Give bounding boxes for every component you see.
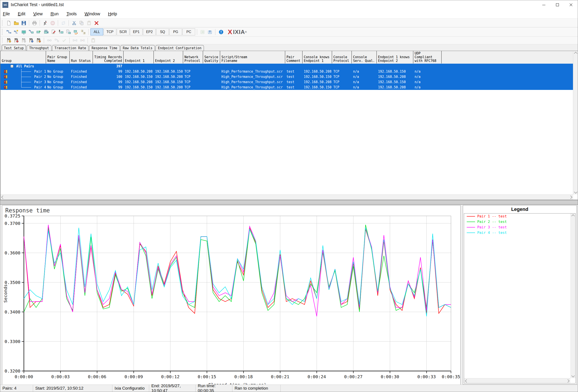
connect-pair-icon[interactable] — [5, 29, 12, 35]
endpoint-status-icon[interactable] — [199, 29, 206, 35]
cut-icon[interactable] — [70, 20, 78, 26]
collapse-group-icon[interactable] — [10, 65, 13, 68]
filter-ep2-button[interactable]: EP2 — [143, 28, 156, 36]
menu-file[interactable]: File — [3, 11, 10, 16]
table-horizontal-scrollbar[interactable] — [0, 195, 573, 200]
delete-icon[interactable] — [93, 20, 100, 26]
save-test-icon[interactable] — [20, 20, 27, 26]
send-to-monitor-icon[interactable] — [35, 29, 42, 35]
run-flag-orange-icon[interactable] — [35, 37, 42, 44]
column-header[interactable]: Group — [0, 51, 46, 63]
column-header[interactable]: Script/Stream Filename — [220, 51, 285, 63]
column-header[interactable]: Endpoint 1 — [124, 51, 154, 63]
filter-all-button[interactable]: ALL — [91, 28, 103, 36]
copy-results-icon[interactable] — [89, 37, 97, 44]
column-header[interactable]: Endpoint 2 — [154, 51, 183, 63]
column-header[interactable]: Endpoint 1 knows Endpoint 2 — [377, 51, 413, 63]
about-info-icon[interactable] — [217, 29, 225, 35]
maximize-button[interactable] — [551, 0, 564, 9]
pane-splitter[interactable] — [0, 200, 578, 205]
monitor-endpoint-icon[interactable] — [20, 29, 27, 35]
table-header-row: GroupPair Group NameRun StatusTiming Rec… — [0, 51, 573, 64]
scroll-down-icon[interactable] — [572, 374, 575, 378]
open-test-icon[interactable] — [12, 20, 20, 26]
table-row-pair-4[interactable]: Pair 4No GroupFinished99192.168.50.15019… — [0, 85, 573, 90]
scroll-up-icon[interactable] — [574, 52, 577, 55]
table-row-pair-1[interactable]: Pair 1No GroupFinished99192.168.50.20819… — [0, 69, 573, 74]
stop-run-icon[interactable] — [49, 20, 56, 26]
table-row-pair-2[interactable]: Pair 2No GroupFinished100192.168.50.1501… — [0, 74, 573, 79]
tab-raw-data-totals[interactable]: Raw Data Totals — [120, 45, 155, 51]
column-header[interactable]: Pair Comment — [285, 51, 302, 63]
refresh-endpoints-icon[interactable] — [206, 29, 214, 35]
filter-sq-button[interactable]: SQ — [156, 28, 169, 36]
filter-ep1-button[interactable]: EP1 — [130, 28, 143, 36]
column-header[interactable]: Service Quality — [203, 51, 220, 63]
paste-icon[interactable] — [85, 20, 93, 26]
menu-view[interactable]: View — [33, 11, 43, 16]
run-test-icon[interactable] — [41, 20, 49, 26]
run-flag-grey-icon[interactable] — [20, 37, 27, 44]
table-cell: test — [285, 85, 302, 90]
design-test-icon[interactable] — [57, 29, 65, 35]
scroll-right-icon[interactable] — [566, 379, 570, 383]
toolbar-grip[interactable] — [2, 29, 4, 35]
collapse-all-icon[interactable] — [79, 37, 86, 44]
menu-tools[interactable]: Tools — [66, 11, 77, 16]
legend-horizontal-scrollbar[interactable] — [464, 378, 570, 383]
run-flag-gold-icon[interactable] — [5, 37, 12, 44]
legend-vertical-scrollbar[interactable] — [571, 213, 575, 378]
new-test-icon[interactable] — [5, 20, 12, 26]
column-header[interactable]: Console knows Endpoint 1 — [302, 51, 332, 63]
edit-script-icon[interactable] — [50, 29, 57, 35]
column-header[interactable]: Pair Group Name — [46, 51, 70, 63]
toolbar-grip[interactable] — [2, 20, 4, 26]
copy-icon[interactable] — [78, 20, 85, 26]
column-header[interactable]: Run Status — [70, 51, 93, 63]
tab-test-setup[interactable]: Test Setup — [1, 45, 26, 51]
minimize-button[interactable] — [537, 0, 551, 9]
column-header[interactable]: UDP Compliant with RFC768 — [413, 51, 441, 63]
filter-tcp-button[interactable]: TCP — [104, 28, 116, 36]
filter-scr-button[interactable]: SCR — [117, 28, 129, 36]
close-button[interactable] — [564, 0, 578, 9]
scroll-up-icon[interactable] — [572, 214, 575, 218]
tab-endpoint-configuration[interactable]: Endpoint Configuration — [155, 45, 204, 51]
menu-edit[interactable]: Edit — [18, 11, 25, 16]
run-flag-blue-icon[interactable] — [27, 37, 35, 44]
scroll-left-icon[interactable] — [465, 379, 469, 383]
tab-transaction-rate[interactable]: Transaction Rate — [52, 45, 89, 51]
test-report-icon[interactable] — [65, 29, 72, 35]
column-header[interactable]: Console Protocol — [332, 51, 352, 63]
tab-response-time[interactable]: Response Time — [89, 45, 120, 51]
video-pair-icon[interactable] — [42, 29, 50, 35]
menu-window[interactable]: Window — [85, 11, 100, 16]
column-header[interactable]: Timing Records Completed — [93, 51, 124, 63]
link-endpoint-icon[interactable] — [27, 29, 35, 35]
print-icon[interactable] — [31, 20, 38, 26]
swap-endpoints-icon[interactable] — [72, 29, 80, 35]
scroll-down-icon[interactable] — [574, 190, 577, 194]
table-row-all-pairs[interactable]: All Pairs397 — [0, 64, 573, 69]
menu-run[interactable]: Run — [50, 11, 59, 16]
scroll-left-icon[interactable] — [1, 196, 5, 199]
filter-pc-button[interactable]: PC — [183, 28, 195, 36]
scroll-right-icon[interactable] — [569, 196, 573, 199]
expand-all-icon[interactable] — [71, 37, 79, 44]
lock-pairs-icon[interactable] — [46, 37, 53, 44]
filter-pg-button[interactable]: PG — [169, 28, 182, 36]
reload-icon[interactable] — [60, 20, 67, 26]
table-cell: n/a — [413, 79, 441, 85]
tab-throughput[interactable]: Throughput — [27, 45, 51, 51]
table-vertical-scrollbar[interactable] — [573, 51, 578, 195]
timing-records-icon[interactable]: 12 — [80, 29, 87, 35]
toolbar-grip[interactable] — [2, 38, 4, 43]
menu-help[interactable]: Help — [108, 11, 117, 16]
column-header[interactable]: Network Protocol — [183, 51, 203, 63]
run-flag-red-icon[interactable] — [12, 37, 20, 44]
group-pairs-icon[interactable] — [53, 37, 60, 44]
validate-pairs-icon[interactable] — [60, 37, 68, 44]
column-header[interactable]: Console Serv. Qual. — [352, 51, 377, 63]
add-pair-icon[interactable] — [12, 29, 20, 35]
table-row-pair-3[interactable]: Pair 3No GroupFinished99192.168.50.20819… — [0, 79, 573, 85]
